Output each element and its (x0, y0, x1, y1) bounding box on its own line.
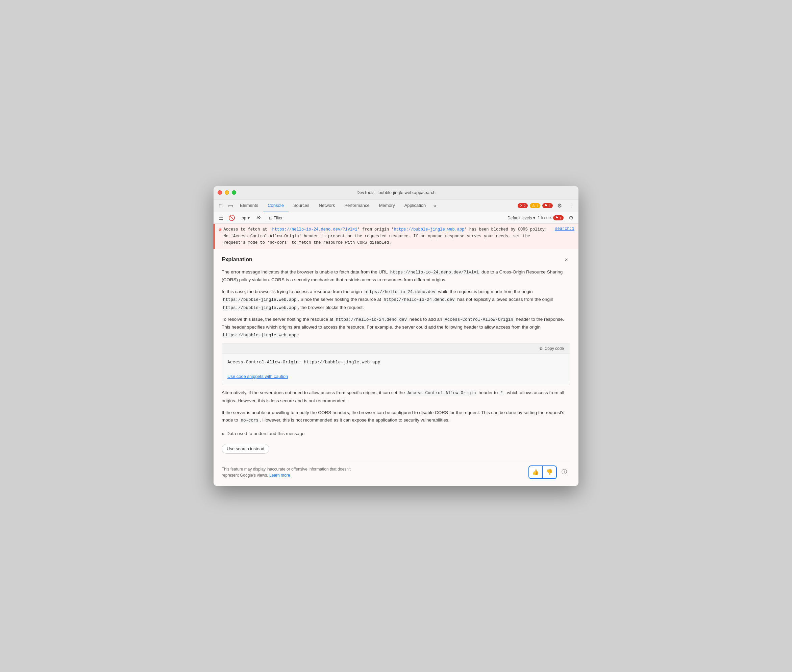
thumbs-down-button[interactable]: 👎 (543, 466, 556, 478)
toolbar-issue-badge[interactable]: ⚑ 1 (553, 215, 564, 221)
levels-dropdown-icon: ▾ (533, 216, 535, 221)
cursor-mode-icon[interactable]: ⬚ (216, 201, 226, 211)
data-used-section[interactable]: ▶ Data used to understand this message (222, 430, 570, 438)
console-content: ⊗ Access to fetch at 'https://hello-io-2… (214, 224, 578, 486)
device-toolbar-icon[interactable]: ▭ (226, 201, 235, 211)
feedback-disclaimer-text: This feature may display inaccurate or o… (222, 466, 364, 478)
filter-icon: ⊟ (269, 216, 272, 221)
data-used-label: Data used to understand this message (227, 430, 305, 438)
server-code-1: https://hello-io-24.deno.dev (334, 317, 408, 323)
explanation-header: Explanation ✕ (222, 256, 570, 264)
copy-label: Copy code (544, 346, 564, 351)
caution-link[interactable]: Use code snippets with caution (227, 374, 288, 379)
explanation-para-3: To resolve this issue, the server hostin… (222, 316, 570, 339)
cors-error-row: ⊗ Access to fetch at 'https://hello-io-2… (214, 224, 578, 249)
toolbar-issue-icon: ⚑ (555, 216, 559, 220)
filter-area: ⊟ Filter (269, 216, 506, 221)
code-block-header: ⧉ Copy code (222, 344, 570, 354)
origin-code-3: https://hello-io-24.deno.dev (382, 297, 456, 302)
settings-icon[interactable]: ⚙ (555, 201, 564, 211)
explanation-title: Explanation (222, 256, 252, 262)
issue-icon: ⚑ (544, 203, 548, 208)
devtools-tab-bar: ⬚ ▭ Elements Console Sources Network Per… (214, 200, 578, 212)
fullscreen-traffic-light[interactable] (232, 190, 236, 195)
caution-area: Use code snippets with caution (222, 371, 570, 385)
copy-icon: ⧉ (540, 346, 543, 351)
url-code-1: https://hello-io-24.deno.dev/?lvl=1 (389, 270, 481, 275)
default-levels-dropdown[interactable]: Default levels ▾ (508, 216, 535, 221)
issue-count-label: 1 Issue: ⚑ 1 (538, 215, 564, 221)
console-settings-icon[interactable]: ⚙ (566, 213, 576, 223)
tab-elements[interactable]: Elements (235, 200, 263, 212)
context-label: top (241, 216, 246, 221)
wildcard-code: * (499, 390, 505, 396)
info-button[interactable]: ⓘ (558, 466, 570, 478)
use-search-instead-button[interactable]: Use search instead (222, 444, 269, 454)
learn-more-link[interactable]: Learn more (269, 473, 290, 478)
error-count: 2 (524, 204, 526, 208)
feedback-row: This feature may display inaccurate or o… (222, 461, 570, 479)
context-selector[interactable]: top ▾ (238, 215, 252, 221)
error-message-text: Access to fetch at 'https://hello-io-24.… (224, 227, 553, 246)
error-text-prefix: Access to fetch at ' (224, 227, 272, 232)
thumbs-up-button[interactable]: 👍 (529, 466, 543, 478)
devtools-window: DevTools - bubble-jingle.web.app/search … (214, 186, 578, 486)
header-code-1: Access-Control-Allow-Origin (443, 317, 514, 323)
tab-memory[interactable]: Memory (374, 200, 400, 212)
clear-console-icon[interactable]: 🚫 (227, 213, 236, 223)
console-toolbar: ☰ 🚫 top ▾ 👁 ⊟ Filter Default levels ▾ 1 … (214, 212, 578, 224)
explanation-para-5: If the server is unable or unwilling to … (222, 409, 570, 424)
feedback-buttons: 👍 👎 ⓘ (529, 466, 570, 479)
error-badge[interactable]: ✕ 2 (517, 203, 528, 208)
tab-application[interactable]: Application (400, 200, 431, 212)
warning-icon: ⚠ (532, 203, 535, 208)
sidebar-toggle-icon[interactable]: ☰ (216, 213, 226, 223)
titlebar: DevTools - bubble-jingle.web.app/search (214, 186, 578, 200)
issue-badge[interactable]: ⚑ 1 (542, 203, 553, 208)
explanation-para-4: Alternatively, if the server does not ne… (222, 389, 570, 405)
origin-code-2: https://bubble-jingle.web.app (222, 297, 298, 302)
window-title: DevTools - bubble-jingle.web.app/search (356, 190, 436, 195)
tab-bar-right: ✕ 2 ⚠ 1 ⚑ 1 ⚙ ⋮ (517, 201, 576, 211)
close-explanation-button[interactable]: ✕ (562, 256, 570, 264)
error-icon: ✕ (520, 203, 523, 208)
issue-count: 1 (549, 204, 551, 208)
code-block-container: ⧉ Copy code Access-Control-Allow-Origin:… (222, 343, 570, 385)
copy-code-button[interactable]: ⧉ Copy code (537, 346, 567, 352)
toolbar-right: Default levels ▾ 1 Issue: ⚑ 1 ⚙ (508, 213, 576, 223)
more-tabs-button[interactable]: » (431, 203, 439, 209)
tab-sources[interactable]: Sources (289, 200, 314, 212)
code-snippet: Access-Control-Allow-Origin: https://bub… (222, 354, 570, 371)
fetch-url-link[interactable]: https://hello-io-24.deno.dev/?lvl=1 (272, 227, 357, 232)
traffic-lights (217, 190, 236, 195)
origin-code-5: https://bubble-jingle.web.app (222, 333, 298, 338)
close-traffic-light[interactable] (217, 190, 222, 195)
warning-badge[interactable]: ⚠ 1 (530, 203, 540, 208)
tab-network[interactable]: Network (314, 200, 340, 212)
explanation-para-2: In this case, the browser is trying to a… (222, 288, 570, 312)
error-circle-icon: ⊗ (219, 227, 221, 246)
more-options-icon[interactable]: ⋮ (566, 201, 576, 211)
origin-code-4: https://bubble-jingle.web.app (222, 305, 298, 310)
explanation-panel: Explanation ✕ The error message indicate… (214, 249, 578, 486)
error-source-link[interactable]: search:1 (555, 227, 575, 246)
filter-label: Filter (274, 216, 283, 221)
eye-icon[interactable]: 👁 (254, 213, 263, 223)
toolbar-divider (266, 215, 266, 221)
data-used-toggle-icon: ▶ (222, 430, 224, 437)
explanation-para-1: The error message indicates that the bro… (222, 269, 570, 284)
tab-performance[interactable]: Performance (340, 200, 374, 212)
context-dropdown-icon: ▾ (248, 216, 250, 221)
origin-code-1: https://hello-io-24.deno.dev (363, 290, 437, 295)
header-code-2: Access-Control-Allow-Origin (406, 390, 477, 396)
feedback-thumbs-group: 👍 👎 (529, 466, 557, 479)
tab-console[interactable]: Console (263, 200, 289, 212)
warning-count: 1 (536, 204, 538, 208)
explanation-body: The error message indicates that the bro… (222, 269, 570, 479)
origin-url-link[interactable]: https://bubble-jingle.web.app (394, 227, 465, 232)
no-cors-code: no-cors (240, 418, 260, 423)
minimize-traffic-light[interactable] (225, 190, 229, 195)
